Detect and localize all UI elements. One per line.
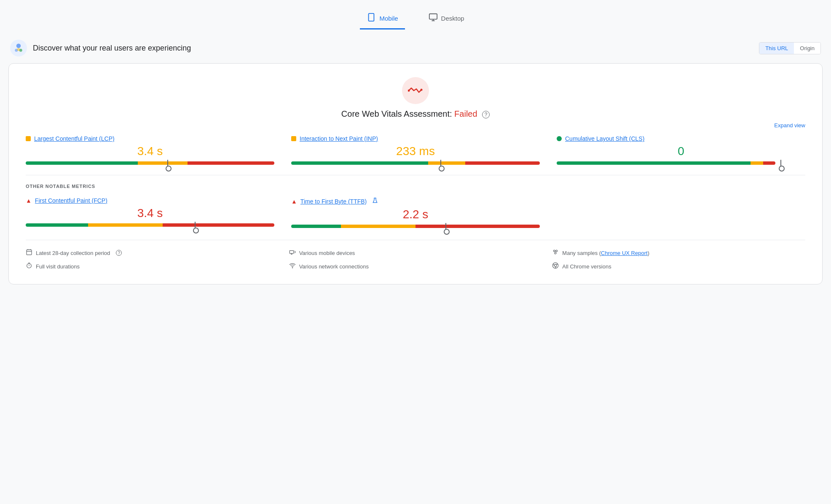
ttfb-bar	[291, 225, 540, 228]
expand-link[interactable]: Expand view	[774, 122, 805, 129]
samples-icon	[552, 249, 559, 257]
cls-label: Cumulative Layout Shift (CLS)	[557, 135, 805, 142]
cwv-header: Core Web Vitals Assessment: Failed ?	[26, 77, 805, 119]
cls-name[interactable]: Cumulative Layout Shift (CLS)	[565, 135, 644, 142]
desktop-icon	[429, 13, 438, 24]
chrome-icon	[552, 262, 559, 271]
footer-help-icon[interactable]: ?	[116, 250, 122, 256]
tab-desktop[interactable]: Desktop	[422, 8, 471, 29]
svg-rect-2	[429, 14, 437, 19]
cwv-prefix: Core Web Vitals Assessment:	[341, 109, 454, 118]
ttfb-beaker-icon	[372, 197, 378, 205]
metric-fcp: ▲ First Contentful Paint (FCP) 3.4 s	[26, 197, 274, 228]
cwv-title-text: Core Web Vitals Assessment: Failed ?	[341, 109, 490, 118]
avatar	[10, 40, 27, 56]
footer-devices: Various mobile devices	[289, 249, 542, 257]
url-toggle: This URL Origin	[759, 42, 821, 54]
empty-col	[557, 197, 805, 228]
header-title: Discover what your real users are experi…	[33, 44, 191, 53]
this-url-button[interactable]: This URL	[759, 43, 794, 54]
metric-inp: Interaction to Next Paint (INP) 233 ms	[291, 135, 540, 165]
footer-visit-text: Full visit durations	[36, 263, 80, 270]
ttfb-value: 2.2 s	[291, 208, 540, 221]
metric-ttfb: ▲ Time to First Byte (TTFB) 2.2 s	[291, 197, 540, 228]
inp-bar	[291, 161, 540, 165]
footer-samples: Many samples (Chrome UX Report)	[552, 249, 805, 257]
svg-point-18	[554, 250, 555, 252]
cwv-title: Core Web Vitals Assessment: Failed ?	[341, 109, 490, 119]
chrome-ux-report-link[interactable]: Chrome UX Report	[601, 250, 648, 256]
footer-devices-text: Various mobile devices	[299, 250, 355, 256]
footer-collection-period: Latest 28-day collection period ?	[26, 249, 279, 257]
calendar-icon	[26, 249, 32, 257]
fcp-bar	[26, 223, 274, 227]
svg-point-10	[421, 89, 423, 91]
section-divider	[26, 175, 805, 175]
footer-chrome-text: All Chrome versions	[562, 263, 611, 270]
ttfb-triangle-icon: ▲	[291, 198, 297, 205]
cls-value: 0	[557, 145, 805, 158]
ttfb-name[interactable]: Time to First Byte (TTFB)	[300, 198, 367, 205]
tab-desktop-label: Desktop	[441, 15, 464, 22]
inp-name[interactable]: Interaction to Next Paint (INP)	[300, 135, 378, 142]
metric-lcp: Largest Contentful Paint (LCP) 3.4 s	[26, 135, 274, 165]
svg-point-5	[16, 44, 21, 48]
lcp-bar	[26, 161, 274, 165]
devices-icon	[289, 249, 296, 257]
network-icon	[289, 262, 296, 271]
footer-info: Latest 28-day collection period ? Variou…	[26, 240, 805, 271]
footer-visit-durations: Full visit durations	[26, 262, 279, 271]
lcp-label: Largest Contentful Paint (LCP)	[26, 135, 274, 142]
footer-chrome-versions: All Chrome versions	[552, 262, 805, 271]
footer-network-text: Various network connections	[299, 263, 369, 270]
tab-bar: Mobile Desktop	[8, 8, 823, 29]
other-metrics-label: OTHER NOTABLE METRICS	[26, 184, 805, 189]
fcp-triangle-icon: ▲	[26, 197, 32, 204]
svg-point-24	[292, 268, 292, 268]
tab-mobile-label: Mobile	[379, 15, 398, 22]
header-row: Discover what your real users are experi…	[8, 40, 823, 56]
lcp-dot	[26, 136, 31, 141]
inp-label: Interaction to Next Paint (INP)	[291, 135, 540, 142]
fcp-name[interactable]: First Contentful Paint (FCP)	[35, 197, 107, 204]
tab-mobile[interactable]: Mobile	[360, 8, 405, 29]
cwv-status: Failed	[454, 109, 477, 118]
lcp-value: 3.4 s	[26, 145, 274, 158]
inp-dot	[291, 136, 296, 141]
svg-point-8	[17, 48, 20, 51]
footer-samples-text: Many samples (Chrome UX Report)	[562, 250, 649, 256]
timer-icon	[26, 262, 32, 271]
svg-rect-11	[27, 250, 32, 255]
origin-button[interactable]: Origin	[794, 43, 820, 54]
inp-value: 233 ms	[291, 145, 540, 158]
cls-dot	[557, 136, 562, 141]
footer-collection-text: Latest 28-day collection period	[36, 250, 110, 256]
fcp-label: ▲ First Contentful Paint (FCP)	[26, 197, 274, 204]
lcp-name[interactable]: Largest Contentful Paint (LCP)	[34, 135, 115, 142]
other-metrics-grid: ▲ First Contentful Paint (FCP) 3.4 s ▲ T…	[26, 197, 805, 228]
cwv-help-icon[interactable]: ?	[482, 111, 490, 118]
svg-rect-15	[290, 251, 293, 254]
expand-row: Expand view	[26, 122, 805, 129]
fcp-value: 3.4 s	[26, 206, 274, 220]
ttfb-label: ▲ Time to First Byte (TTFB)	[291, 197, 540, 205]
cwv-icon	[402, 77, 429, 104]
mobile-icon	[367, 13, 376, 24]
svg-point-20	[555, 252, 556, 254]
cls-bar	[557, 161, 805, 165]
metric-cls: Cumulative Layout Shift (CLS) 0	[557, 135, 805, 165]
main-card: Core Web Vitals Assessment: Failed ? Exp…	[8, 63, 823, 284]
core-metrics-grid: Largest Contentful Paint (LCP) 3.4 s Int…	[26, 135, 805, 165]
footer-network: Various network connections	[289, 262, 542, 271]
svg-point-19	[556, 250, 558, 252]
header-left: Discover what your real users are experi…	[10, 40, 191, 56]
